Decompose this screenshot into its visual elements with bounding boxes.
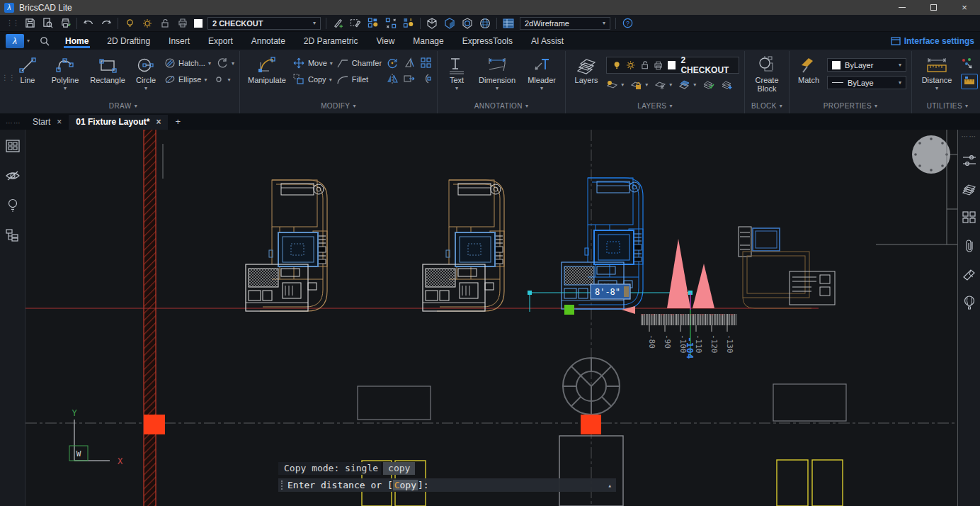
current-layer-color-swatch[interactable]	[668, 61, 676, 69]
minimize-button[interactable]	[887, 0, 918, 15]
eye-off-icon[interactable]	[5, 168, 21, 184]
ellipse-button[interactable]: Ellipse▾	[164, 73, 207, 86]
tab-annotate[interactable]: Annotate	[243, 33, 294, 48]
checkout-fixture-2[interactable]	[423, 180, 504, 311]
undo-icon[interactable]	[82, 17, 95, 30]
tab-view[interactable]: View	[368, 33, 404, 48]
lightbulb-icon[interactable]	[5, 198, 21, 213]
redo-icon[interactable]	[100, 17, 113, 30]
distance-button[interactable]: Distance ▾	[917, 54, 957, 91]
tips-balloon-icon[interactable]	[962, 295, 977, 310]
array-icon[interactable]	[420, 57, 432, 69]
select-pen-icon[interactable]	[349, 17, 362, 30]
panel-label-utilities[interactable]: UTILITIES▾	[917, 99, 978, 112]
stretch-icon[interactable]	[403, 72, 415, 84]
offset-icon[interactable]	[420, 72, 432, 84]
blocks-panel-icon[interactable]	[962, 210, 977, 225]
tab-manage[interactable]: Manage	[404, 33, 452, 48]
match-properties-button[interactable]: Match	[794, 54, 823, 84]
text-button[interactable]: Text ▾	[443, 54, 471, 91]
layer-color-swatch[interactable]	[194, 19, 203, 28]
panel-label-layers[interactable]: LAYERS▾	[571, 99, 739, 112]
dimension-button[interactable]: Dimension ▾	[475, 54, 519, 91]
prompt-keyword[interactable]: Copy	[393, 480, 418, 490]
layer-isolate-button[interactable]: ▾	[678, 78, 696, 91]
unlock-icon[interactable]	[641, 60, 649, 70]
sheets-panel-icon[interactable]	[962, 266, 977, 282]
tab-expresstools[interactable]: ExpressTools	[454, 33, 521, 48]
quick-measure-icon[interactable]	[961, 74, 978, 89]
tab-home[interactable]: Home	[57, 33, 97, 48]
doctab-start[interactable]: Start ×	[25, 115, 69, 130]
interface-settings-button[interactable]: Interface settings	[891, 36, 974, 46]
tab-export[interactable]: Export	[200, 33, 241, 48]
tab-ai-assist[interactable]: AI Assist	[523, 33, 572, 48]
create-block-button[interactable]: Create Block	[750, 54, 784, 93]
hatched-wall[interactable]	[144, 130, 156, 506]
layer-thaw-sun-icon[interactable]	[141, 17, 154, 30]
manipulate-button[interactable]: Manipulate	[245, 54, 289, 84]
layer-dropdown[interactable]: 2 CHECKOUT ▾	[207, 17, 321, 30]
point-button[interactable]: ▾	[212, 73, 230, 86]
yellow-fixtures-right[interactable]	[777, 460, 843, 506]
panel-label-properties[interactable]: PROPERTIES▾	[794, 99, 906, 112]
layer-on-bulb-icon[interactable]	[123, 17, 136, 30]
toolbar-grip[interactable]: ⋮⋮	[6, 18, 18, 28]
close-icon[interactable]: ×	[156, 117, 161, 127]
expand-prompt-icon[interactable]: ▴	[608, 482, 612, 489]
revision-cloud-button[interactable]: ▾	[217, 57, 234, 69]
linetype-dropdown[interactable]: ByLaye ▾	[827, 76, 906, 89]
save-icon[interactable]	[23, 17, 36, 30]
command-prompt[interactable]: Enter distance or [Copy]: ▴	[278, 478, 616, 492]
prompt-grip[interactable]	[281, 480, 283, 490]
fixture-outline-right[interactable]	[773, 384, 846, 421]
maximize-button[interactable]	[918, 0, 949, 15]
panels-icon[interactable]	[5, 138, 21, 154]
chamfer-button[interactable]: Chamfer	[337, 57, 382, 69]
rectangle-button[interactable]: Rectangle	[87, 54, 128, 84]
render-globe-icon[interactable]	[479, 17, 491, 30]
tab-2d-drafting[interactable]: 2D Drafting	[98, 33, 159, 48]
layer-freeze-button[interactable]: ▾	[654, 78, 672, 91]
box-material-icon[interactable]	[461, 17, 474, 30]
line-button[interactable]: Line	[12, 54, 43, 84]
layer-state-bar[interactable]: 2 CHECKOUT	[606, 57, 739, 74]
attachments-panel-icon[interactable]	[962, 238, 977, 254]
close-icon[interactable]: ×	[57, 117, 62, 127]
column-marker-center[interactable]	[581, 415, 601, 434]
rotate-icon[interactable]	[386, 57, 398, 69]
right-rail-grip[interactable]: ⋯⋯	[962, 133, 977, 140]
layer-off-button[interactable]: ▾	[606, 78, 624, 91]
panel-label-draw[interactable]: DRAW▾	[12, 99, 234, 112]
properties-panel-icon[interactable]	[962, 153, 977, 169]
view-table-icon[interactable]	[502, 17, 515, 30]
box-wireframe-icon[interactable]	[426, 17, 438, 30]
layer-unlock-icon[interactable]	[159, 17, 171, 30]
panel-label-block[interactable]: BLOCK▾	[750, 99, 784, 112]
sun-icon[interactable]	[626, 60, 635, 70]
panel-label-annotation[interactable]: ANNOTATION▾	[443, 99, 560, 112]
printer-icon[interactable]	[654, 61, 663, 70]
layer-states-button[interactable]	[702, 78, 714, 91]
entity-layer-bulb-icon[interactable]	[367, 17, 380, 30]
fixture-outline-left[interactable]	[358, 386, 431, 420]
print-icon[interactable]	[59, 17, 72, 30]
entities-light-icon[interactable]	[402, 17, 415, 30]
drawing-viewport[interactable]: Y X W 8'-8"	[25, 130, 957, 506]
tab-insert[interactable]: Insert	[160, 33, 198, 48]
checkout-fixture-4[interactable]	[739, 227, 835, 308]
application-menu-button[interactable]: λ	[6, 34, 24, 48]
panel-label-modify[interactable]: MODIFY▾	[245, 99, 432, 112]
column-grid-symbol[interactable]	[563, 358, 620, 415]
help-icon[interactable]: ?	[621, 17, 634, 30]
visual-style-dropdown[interactable]: 2dWireframe ▾	[520, 17, 610, 30]
hatch-button[interactable]: Hatch...▾	[164, 57, 211, 69]
close-button[interactable]: ×	[949, 0, 980, 15]
layer-lock-button[interactable]: ▾	[630, 78, 648, 91]
mirror-icon[interactable]	[386, 72, 398, 84]
trim-icon[interactable]	[403, 57, 415, 69]
bulb-icon[interactable]	[612, 60, 621, 70]
mleader-button[interactable]: Mleader ▾	[523, 54, 560, 91]
search-icon[interactable]	[38, 35, 51, 47]
draw-order-pen-icon[interactable]	[331, 17, 344, 30]
